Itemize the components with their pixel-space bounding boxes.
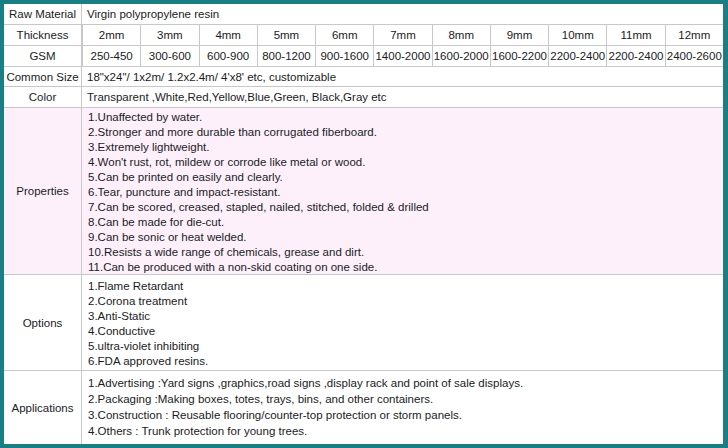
thickness-cell: 5mm xyxy=(257,25,315,45)
property-item: 9.Can be sonic or heat welded. xyxy=(88,230,723,245)
row-applications: Applications 1.Advertising :Yard signs ,… xyxy=(4,371,723,444)
option-item: 2.Corona treatment xyxy=(88,294,723,309)
thickness-cell: 10mm xyxy=(548,25,606,45)
thickness-cell: 6mm xyxy=(315,25,373,45)
row-gsm: GSM 250-450 300-600 600-900 800-1200 900… xyxy=(4,46,723,67)
applications-list: 1.Advertising :Yard signs ,graphics,road… xyxy=(82,371,723,444)
raw-material-label: Raw Material xyxy=(4,4,82,24)
option-item: 1.Flame Retardant xyxy=(88,279,723,294)
gsm-cell: 2200-2400 xyxy=(606,46,664,66)
raw-material-value: Virgin polypropylene resin xyxy=(82,4,723,24)
property-item: 5.Can be printed on easily and clearly. xyxy=(88,170,723,185)
color-value: Transparent ,White,Red,Yellow,Blue,Green… xyxy=(82,87,723,107)
color-label: Color xyxy=(4,87,82,107)
gsm-cell: 2400-2600 xyxy=(665,46,723,66)
thickness-label: Thickness xyxy=(4,25,82,45)
thickness-cell: 12mm xyxy=(665,25,723,45)
application-item: 3.Construction : Reusable flooring/count… xyxy=(88,407,723,423)
row-raw-material: Raw Material Virgin polypropylene resin xyxy=(4,4,723,25)
options-list: 1.Flame Retardant 2.Corona treatment 3.A… xyxy=(82,275,723,370)
gsm-cell: 800-1200 xyxy=(257,46,315,66)
thickness-cell: 9mm xyxy=(490,25,548,45)
property-item: 6.Tear, puncture and impact-resistant. xyxy=(88,185,723,200)
thickness-cell: 4mm xyxy=(199,25,257,45)
option-item: 5.ultra-violet inhibiting xyxy=(88,339,723,354)
thickness-cell: 3mm xyxy=(140,25,198,45)
property-item: 11.Can be produced with a non-skid coati… xyxy=(88,260,723,275)
common-size-value: 18"x24"/ 1x2m/ 1.2x2.4m/ 4'x8' etc, cust… xyxy=(82,67,723,86)
gsm-cell: 300-600 xyxy=(140,46,198,66)
thickness-cell: 11mm xyxy=(606,25,664,45)
options-label: Options xyxy=(4,275,82,370)
row-color: Color Transparent ,White,Red,Yellow,Blue… xyxy=(4,87,723,108)
gsm-label: GSM xyxy=(4,46,82,66)
option-item: 4.Conductive xyxy=(88,324,723,339)
product-spec-table: Raw Material Virgin polypropylene resin … xyxy=(0,0,728,448)
option-item: 3.Anti-Static xyxy=(88,309,723,324)
gsm-cell: 1600-2200 xyxy=(490,46,548,66)
properties-label: Properties xyxy=(4,108,82,274)
property-item: 4.Won't rust, rot, mildew or corrode lik… xyxy=(88,155,723,170)
application-item: 2.Packaging :Making boxes, totes, trays,… xyxy=(88,391,723,407)
row-options: Options 1.Flame Retardant 2.Corona treat… xyxy=(4,275,723,371)
gsm-cell: 900-1600 xyxy=(315,46,373,66)
property-item: 3.Extremely lightweight. xyxy=(88,140,723,155)
thickness-cell: 8mm xyxy=(432,25,490,45)
properties-list: 1.Unaffected by water. 2.Stronger and mo… xyxy=(82,108,723,274)
property-item: 10.Resists a wide range of chemicals, gr… xyxy=(88,245,723,260)
gsm-cell: 600-900 xyxy=(199,46,257,66)
property-item: 8.Can be made for die-cut. xyxy=(88,215,723,230)
gsm-cell: 2200-2400 xyxy=(548,46,606,66)
row-thickness: Thickness 2mm 3mm 4mm 5mm 6mm 7mm 8mm 9m… xyxy=(4,25,723,46)
gsm-cell: 1400-2000 xyxy=(373,46,431,66)
property-item: 1.Unaffected by water. xyxy=(88,110,723,125)
application-item: 1.Advertising :Yard signs ,graphics,road… xyxy=(88,375,723,391)
thickness-cell: 7mm xyxy=(373,25,431,45)
property-item: 7.Can be scored, creased, stapled, naile… xyxy=(88,200,723,215)
thickness-cell: 2mm xyxy=(82,25,140,45)
property-item: 2.Stronger and more durable than corruga… xyxy=(88,125,723,140)
gsm-cell: 1600-2000 xyxy=(432,46,490,66)
row-common-size: Common Size 18"x24"/ 1x2m/ 1.2x2.4m/ 4'x… xyxy=(4,67,723,87)
application-item: 4.Others : Trunk protection for young tr… xyxy=(88,423,723,439)
row-properties: Properties 1.Unaffected by water. 2.Stro… xyxy=(4,108,723,275)
gsm-cell: 250-450 xyxy=(82,46,140,66)
common-size-label: Common Size xyxy=(4,67,82,86)
applications-label: Applications xyxy=(4,371,82,444)
option-item: 6.FDA approved resins. xyxy=(88,354,723,369)
